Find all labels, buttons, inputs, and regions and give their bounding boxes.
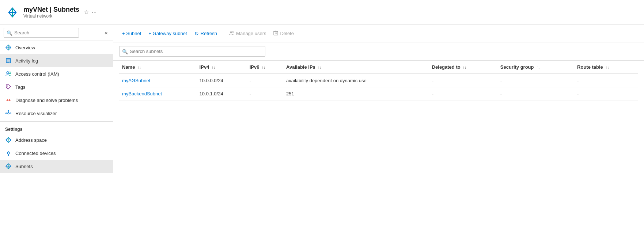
svg-point-21 [10,113,11,114]
refresh-label: Refresh [201,31,217,36]
table-header-row: Name ↑↓ IPv4 ↑↓ IPv6 ↑↓ Available IPs [119,61,638,74]
subnet-search-input[interactable] [119,46,265,57]
subnets-icon [5,163,12,170]
sidebar-search-wrapper: 🔍 [4,28,101,38]
resource-name: myVNet [23,6,48,13]
svg-point-38 [232,31,234,33]
svg-rect-39 [274,31,278,35]
sort-icon-delegated-to[interactable]: ↑↓ [463,65,466,69]
refresh-icon: ↻ [194,31,199,37]
content-search-row: 🔍 [113,42,644,61]
sidebar-search-row: 🔍 « [0,25,113,41]
sidebar-item-connected-devices[interactable]: Connected devices [0,147,113,160]
svg-point-22 [6,113,7,114]
subnet-delegated-to-cell: - [429,74,497,87]
resource-title: myVNet | Subnets [23,6,79,14]
col-security-group: Security group ↑↓ [497,61,574,74]
sidebar-item-subnets[interactable]: Subnets [0,160,113,173]
subnet-delegated-to-cell: - [429,87,497,100]
main-layout: 🔍 « Overview [0,25,644,243]
svg-point-29 [7,152,10,154]
table-container: Name ↑↓ IPv4 ↑↓ IPv6 ↑↓ Available IPs [113,61,644,243]
manage-users-icon [229,30,234,37]
svg-point-11 [7,72,9,74]
resource-visualizer-icon [5,110,12,117]
delete-label: Delete [280,31,294,36]
subnet-available-ips-cell: 251 [283,87,429,100]
tags-icon [5,84,12,90]
subnet-ipv6-cell: - [247,87,283,100]
col-available-ips: Available IPs ↑↓ [283,61,429,74]
sidebar-item-label: Subnets [15,164,33,169]
sidebar: 🔍 « Overview [0,25,113,243]
toolbar-separator [223,30,223,37]
svg-point-19 [8,113,9,114]
sort-icon-ipv6[interactable]: ↑↓ [262,65,265,69]
sidebar-search-input[interactable] [4,28,79,38]
sort-icon-ipv4[interactable]: ↑↓ [212,65,215,69]
add-subnet-button[interactable]: + Subnet [119,29,144,38]
subnet-route-table-cell: - [574,74,638,87]
subnet-ipv4-cell: 10.0.1.0/24 [197,87,247,100]
refresh-button[interactable]: ↻ Refresh [192,29,220,38]
subnet-route-table-cell: - [574,87,638,100]
sort-icon-security-group[interactable]: ↑↓ [536,65,540,69]
more-options-icon[interactable]: ··· [92,9,96,16]
col-delegated-to: Delegated to ↑↓ [429,61,497,74]
sidebar-item-label: Diagnose and solve problems [15,98,78,103]
page-header: myVNet | Subnets Virtual network ☆ ··· [0,0,644,25]
sidebar-item-label: Address space [15,137,47,143]
sidebar-item-diagnose[interactable]: Diagnose and solve problems [0,94,113,107]
subnet-ipv6-cell: - [247,74,283,87]
subnet-security-group-cell: - [497,87,574,100]
sidebar-item-tags[interactable]: Tags [0,80,113,94]
col-ipv4: IPv4 ↑↓ [197,61,247,74]
subnet-available-ips-cell: availability dependent on dynamic use [283,74,429,87]
subnet-name-cell[interactable]: myBackendSubnet [119,87,197,100]
col-route-table: Route table ↑↓ [574,61,638,74]
content-area: + Subnet + Gateway subnet ↻ Refresh Mana… [113,25,644,243]
title-separator: | [50,6,53,13]
sidebar-item-label: Overview [15,45,35,50]
sidebar-item-resource-visualizer[interactable]: Resource visualizer [0,107,113,120]
content-search-wrapper: 🔍 [119,46,265,57]
connected-devices-icon [5,150,12,156]
delete-button[interactable]: Delete [270,29,297,38]
sidebar-item-label: Connected devices [15,151,56,156]
svg-point-37 [230,31,232,33]
settings-section-header: Settings [0,121,113,133]
table-row: myAGSubnet 10.0.0.0/24 - availability de… [119,74,638,87]
resource-subtitle: Virtual network [23,14,79,19]
manage-users-button[interactable]: Manage users [226,29,269,38]
sidebar-nav: Overview Activity log [0,41,113,243]
activity-log-icon [5,57,12,64]
sort-icon-name[interactable]: ↑↓ [137,65,141,69]
manage-users-label: Manage users [236,31,266,36]
toolbar: + Subnet + Gateway subnet ↻ Refresh Mana… [113,25,644,42]
sidebar-item-address-space[interactable]: Address space [0,133,113,147]
sidebar-item-activity-log[interactable]: Activity log [0,54,113,67]
sort-icon-route-table[interactable]: ↑↓ [605,65,609,69]
sidebar-item-label: Resource visualizer [15,111,57,116]
sidebar-item-overview[interactable]: Overview [0,41,113,54]
address-space-icon [5,137,12,143]
sidebar-item-label: Activity log [15,58,38,64]
azure-logo [6,6,19,19]
header-title-group: myVNet | Subnets Virtual network [23,6,79,19]
sidebar-item-label: Access control (IAM) [15,71,59,77]
sidebar-collapse-button[interactable]: « [103,28,109,38]
col-name: Name ↑↓ [119,61,197,74]
svg-point-13 [7,86,8,87]
overview-icon [5,44,12,51]
svg-point-20 [8,111,9,112]
sidebar-item-label: Tags [15,84,25,90]
favorite-icon[interactable]: ☆ [84,9,89,16]
delete-icon [273,30,278,37]
add-gateway-subnet-button[interactable]: + Gateway subnet [145,29,190,38]
subnet-name-cell[interactable]: myAGSubnet [119,74,197,87]
sidebar-item-access-control[interactable]: Access control (IAM) [0,67,113,80]
table-row: myBackendSubnet 10.0.1.0/24 - 251 - - - [119,87,638,100]
page-title: Subnets [53,6,79,13]
sort-icon-available-ips[interactable]: ↑↓ [318,65,321,69]
svg-point-12 [9,72,11,74]
